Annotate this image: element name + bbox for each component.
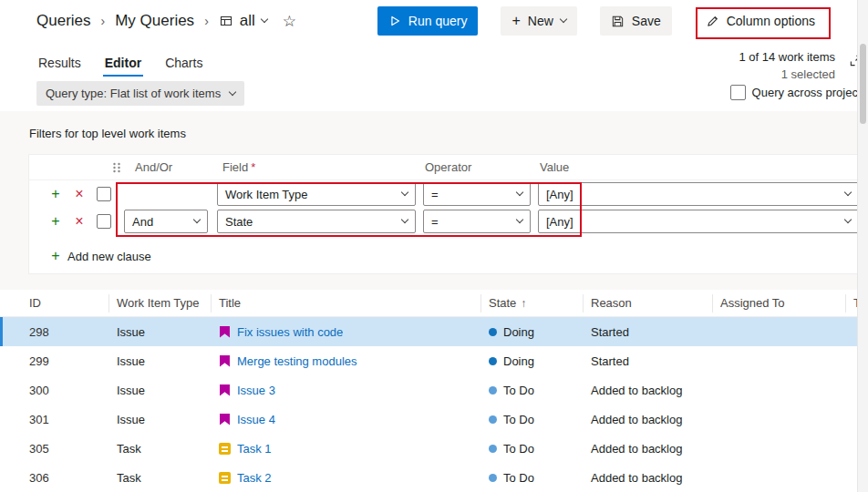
work-item-link[interactable]: Issue 3 [237, 384, 275, 397]
breadcrumb-separator: › [101, 14, 106, 28]
column-header-assigned-to[interactable]: Assigned To [713, 294, 846, 313]
cell-title: Merge testing modules [212, 354, 481, 368]
table-row[interactable]: 298 Issue Fix issues with code Doing Sta… [0, 317, 857, 346]
value-dropdown[interactable]: [Any] [538, 182, 859, 206]
state-dot-icon [489, 328, 497, 336]
task-icon [219, 443, 231, 455]
chevron-down-icon [401, 189, 408, 196]
chevron-down-icon [844, 189, 852, 196]
insert-clause-button[interactable]: + [44, 213, 67, 230]
column-header-reason[interactable]: Reason [584, 294, 713, 313]
tab-editor[interactable]: Editor [103, 51, 143, 77]
add-new-clause-button[interactable]: + Add new clause [44, 248, 151, 264]
column-header-and-or: And/Or [135, 160, 215, 174]
cell-id: 301 [29, 413, 109, 426]
breadcrumb-my-queries[interactable]: My Queries [115, 12, 194, 30]
required-asterisk: * [251, 160, 255, 174]
breadcrumb: Queries › My Queries › all ☆ [36, 12, 296, 31]
save-icon [611, 15, 625, 28]
task-icon [219, 472, 231, 484]
column-header-state[interactable]: State ↑ [481, 294, 584, 313]
cell-title: Issue 4 [212, 413, 481, 426]
filter-clause-row: + × And State = [Any] [29, 208, 866, 235]
sort-ascending-icon: ↑ [521, 297, 526, 310]
remove-clause-button[interactable]: × [67, 186, 91, 202]
cell-work-item-type: Issue [109, 384, 212, 397]
clause-checkbox[interactable] [97, 187, 111, 201]
work-item-link[interactable]: Task 2 [237, 471, 272, 485]
cell-title: Task 2 [212, 471, 481, 485]
cell-title: Task 1 [212, 442, 481, 456]
chevron-down-icon [844, 216, 852, 223]
scrollbar-thumb[interactable] [860, 44, 866, 124]
operator-dropdown[interactable]: = [423, 182, 531, 206]
cell-work-item-type: Task [109, 471, 212, 485]
query-type-dropdown[interactable]: Query type: Flat list of work items [36, 81, 244, 106]
field-dropdown[interactable]: State [217, 210, 416, 233]
cell-id: 299 [29, 354, 109, 368]
column-options-icon [706, 15, 719, 28]
state-dot-icon [489, 357, 497, 365]
state-dot-icon [489, 415, 497, 424]
view-tabs: Results Editor Charts [36, 51, 204, 77]
clause-checkbox[interactable] [97, 214, 111, 229]
query-name: all [240, 12, 255, 30]
and-or-dropdown[interactable]: And [124, 210, 208, 233]
work-item-link[interactable]: Task 1 [237, 442, 272, 456]
query-across-projects-checkbox[interactable]: Query across projects [730, 85, 867, 100]
column-header-id[interactable]: ID [29, 294, 109, 313]
state-dot-icon [489, 474, 497, 482]
chevron-down-icon [516, 189, 523, 196]
save-button[interactable]: Save [600, 6, 672, 36]
remove-clause-button[interactable]: × [67, 213, 91, 230]
work-item-link[interactable]: Merge testing modules [237, 354, 357, 368]
chevron-down-icon [229, 87, 236, 95]
chevron-down-icon [560, 15, 567, 23]
filters-section: Filters for top level work items And/Or … [0, 111, 868, 290]
operator-dropdown[interactable]: = [423, 210, 531, 233]
table-row[interactable]: 301 Issue Issue 4 To Do Added to backlog [0, 405, 857, 434]
chevron-down-icon [261, 15, 268, 23]
column-options-button[interactable]: Column options [695, 6, 826, 36]
tab-results[interactable]: Results [36, 51, 83, 77]
plus-icon: + [512, 14, 520, 28]
column-header-value: Value [540, 160, 866, 174]
tabs-row: Results Editor Charts 1 of 14 work items… [0, 42, 868, 82]
state-dot-icon [489, 386, 497, 395]
field-dropdown[interactable]: Work Item Type [217, 182, 416, 206]
insert-clause-button[interactable]: + [44, 186, 67, 202]
tab-charts[interactable]: Charts [163, 51, 204, 77]
cell-reason: Added to backlog [584, 471, 713, 485]
work-item-status: 1 of 14 work items 1 selected [739, 48, 836, 83]
table-row[interactable]: 306 Task Task 2 To Do Added to backlog [0, 463, 857, 492]
filter-table-header: And/Or Field* Operator Value [29, 155, 866, 180]
issue-icon [219, 355, 231, 367]
new-button[interactable]: + New [501, 6, 576, 36]
cell-state: To Do [481, 384, 584, 397]
work-items-count: 1 of 14 work items [739, 48, 836, 66]
table-row[interactable]: 300 Issue Issue 3 To Do Added to backlog [0, 375, 857, 405]
chevron-down-icon [193, 216, 201, 223]
work-item-link[interactable]: Issue 4 [237, 413, 275, 426]
breadcrumb-queries[interactable]: Queries [36, 12, 91, 30]
query-name-dropdown[interactable]: all [219, 12, 267, 30]
results-table-header: ID Work Item Type Title State ↑ Reason A… [0, 290, 857, 317]
cell-state: To Do [481, 413, 584, 426]
play-icon [388, 15, 401, 27]
table-row[interactable]: 299 Issue Merge testing modules Doing St… [0, 346, 857, 375]
table-row[interactable]: 305 Task Task 1 To Do Added to backlog [0, 434, 857, 463]
issue-icon [219, 384, 231, 396]
issue-icon [219, 414, 231, 425]
column-header-work-item-type[interactable]: Work Item Type [109, 294, 212, 313]
breadcrumb-separator: › [204, 14, 209, 28]
column-header-title[interactable]: Title [212, 294, 481, 313]
cell-reason: Started [584, 325, 713, 339]
column-header-operator: Operator [425, 160, 532, 174]
drag-grip-icon [111, 161, 124, 174]
value-dropdown[interactable]: [Any] [538, 210, 859, 233]
work-item-link[interactable]: Fix issues with code [237, 325, 343, 339]
favorite-star-icon[interactable]: ☆ [283, 12, 296, 31]
checkbox-icon [730, 85, 746, 100]
vertical-scrollbar[interactable] [857, 0, 868, 492]
run-query-button[interactable]: Run query [377, 6, 479, 36]
